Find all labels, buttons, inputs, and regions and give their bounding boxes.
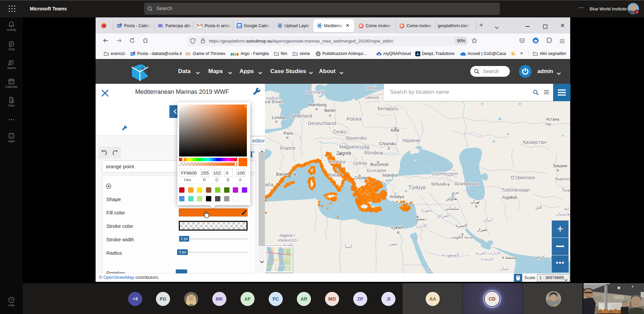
svg-text:سوريا: سوريا — [421, 207, 432, 213]
svg-text:كابل: كابل — [535, 205, 542, 209]
svg-text:O’zbekiston: O’zbekiston — [511, 175, 535, 180]
svg-text:Србија: Србија — [353, 161, 367, 166]
svg-text:?: ? — [10, 298, 12, 302]
svg-text:Кыргызс: Кыргызс — [555, 176, 570, 181]
svg-text:Berlin: Berlin — [324, 108, 335, 113]
svg-text:Italia: Italia — [329, 172, 339, 178]
svg-text:شيراز: شيراز — [477, 227, 487, 232]
svg-text:Slovensko: Slovensko — [345, 135, 367, 141]
svg-text:Бишкек: Бишкек — [553, 164, 568, 168]
svg-text:مصر: مصر — [388, 241, 398, 247]
svg-text:Latvija: Latvija — [366, 85, 378, 90]
svg-text:Polska: Polska — [346, 116, 362, 122]
svg-text:Қазақстан: Қазақстан — [523, 139, 546, 145]
svg-text:Türkiye: Türkiye — [408, 185, 426, 190]
svg-text:Azərbaycan: Azərbaycan — [454, 181, 479, 186]
svg-text:T: T — [159, 24, 161, 27]
svg-text:İstanbul: İstanbul — [382, 173, 398, 178]
svg-text:Barcel: Barcel — [276, 172, 288, 177]
svg-text:Danmark: Danmark — [305, 89, 325, 95]
svg-text:كراچى: كراچى — [534, 255, 545, 260]
svg-text:جدة: جدة — [425, 267, 431, 271]
svg-text:مسقط: مسقط — [505, 255, 517, 260]
svg-text:العراق: العراق — [437, 213, 449, 218]
svg-text:București: București — [370, 162, 388, 167]
svg-text:Aşgabat: Aşgabat — [502, 195, 517, 200]
svg-text:Hrvatska: Hrvatska — [328, 159, 345, 164]
svg-text:Hamburg: Hamburg — [309, 102, 326, 107]
svg-text:السعودية: السعودية — [442, 252, 459, 258]
svg-text:Antalya: Antalya — [389, 194, 404, 199]
svg-text:Gt: Gt — [185, 51, 191, 56]
svg-text:Türkmenistan: Türkmenistan — [501, 187, 530, 193]
svg-text:افغانستان: افغانستان — [555, 211, 570, 216]
svg-text:اسلام آباد: اسلام آباد — [564, 206, 570, 211]
svg-text:Česko: Česko — [333, 129, 346, 134]
svg-text:ايران: ايران — [483, 217, 493, 223]
svg-text:الأردن: الأردن — [416, 223, 427, 229]
svg-text:საქართველო: საქართველო — [432, 172, 458, 176]
svg-text:البصرة: البصرة — [455, 223, 467, 228]
svg-text:تبريز: تبريز — [451, 190, 460, 195]
svg-text:هەولێر: هەولێر — [446, 196, 457, 201]
svg-text:Тоҷикистон: Тоҷикистон — [561, 188, 570, 193]
svg-text:Астана: Астана — [546, 117, 559, 122]
svg-text:Deutschland: Deutschland — [308, 120, 336, 126]
svg-text:aña: aña — [265, 182, 274, 187]
svg-text:15: 15 — [238, 24, 241, 27]
svg-text:سليمانى: سليمانى — [445, 206, 459, 211]
svg-text:Україна: Україна — [402, 137, 420, 143]
svg-text:na: na — [291, 172, 296, 177]
svg-text:Algérie /: Algérie / — [279, 233, 296, 238]
svg-text:France: France — [280, 145, 296, 151]
svg-text:Chișinău: Chișinău — [379, 141, 396, 146]
svg-text:المتحدة: المتحدة — [481, 257, 493, 261]
svg-text:Երևան: Երևան — [431, 182, 446, 186]
svg-text:الامارات العربية: الامارات العربية — [475, 251, 501, 256]
svg-text:عمان: عمان — [499, 266, 509, 271]
svg-text:eat Britain: eat Britain — [265, 100, 283, 104]
svg-text:London: London — [272, 115, 286, 120]
svg-text:България: България — [367, 168, 386, 173]
svg-text:ليبيا: ليبيا — [345, 244, 352, 249]
svg-text:ИЖЖо5‡O /: ИЖЖо5‡O / — [278, 238, 299, 242]
svg-text:Paris: Paris — [283, 131, 293, 136]
svg-text:Lietuva: Lietuva — [365, 95, 379, 100]
svg-text:România: România — [364, 150, 383, 155]
svg-text:القاهرة: القاهرة — [391, 225, 403, 230]
svg-text:Скопје: Скопје — [355, 175, 368, 180]
svg-text:Nederland: Nederland — [290, 113, 312, 119]
svg-text:Беларусь: Беларусь — [378, 106, 398, 111]
svg-text:Magyarország: Magyarország — [339, 144, 369, 149]
svg-text:Київ: Київ — [391, 128, 399, 133]
svg-text:Zagreb: Zagreb — [336, 150, 352, 156]
svg-text:مدينة الكويت: مدينة الكويت — [451, 235, 473, 240]
svg-text:تهران: تهران — [471, 199, 480, 204]
